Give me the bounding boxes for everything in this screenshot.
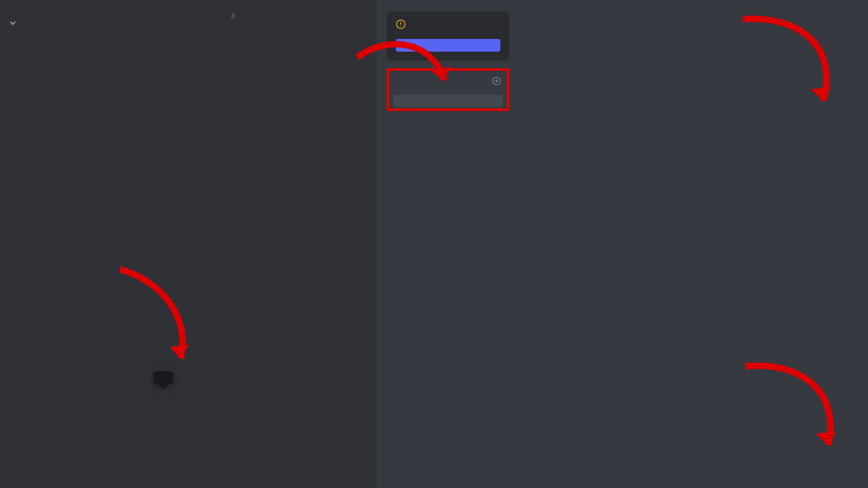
roles-header xyxy=(391,72,505,92)
add-role-icon[interactable] xyxy=(491,76,502,88)
role-everyone[interactable] xyxy=(393,94,503,107)
edit-channel-tooltip xyxy=(153,371,174,384)
settings-nav: # xyxy=(217,0,377,488)
permissions-list[interactable] xyxy=(511,0,868,488)
sync-card xyxy=(387,11,509,61)
delete-channel[interactable] xyxy=(225,31,369,43)
roles-column xyxy=(377,0,511,488)
warning-icon xyxy=(396,19,406,33)
channel-settings: # xyxy=(217,0,868,488)
channel-sidebar xyxy=(0,0,217,488)
section-text-channels[interactable] xyxy=(9,19,212,27)
sync-now-button[interactable] xyxy=(396,39,500,52)
settings-nav-header: # xyxy=(225,11,369,20)
